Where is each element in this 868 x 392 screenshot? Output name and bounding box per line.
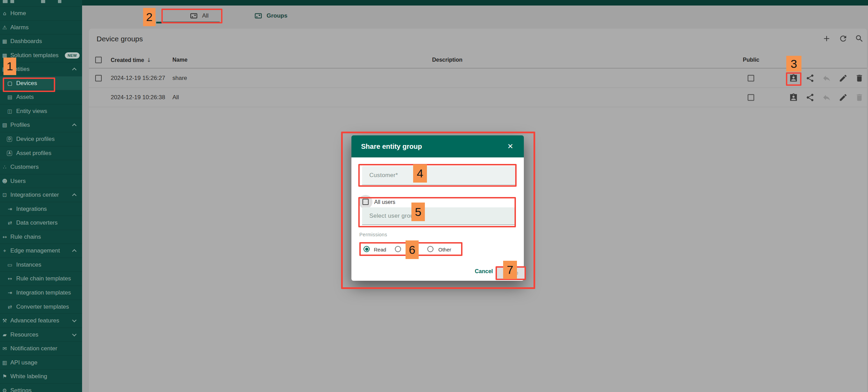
sidebar-item-integrations[interactable]: ⇥Integrations (0, 202, 82, 216)
manage-users-button[interactable] (789, 93, 798, 102)
sidebar-item-label: Assets (16, 94, 34, 101)
sidebar-item-white-labeling[interactable]: ⚑White labeling (0, 369, 82, 383)
radio-read[interactable] (363, 246, 370, 252)
alarms-icon: ⚠ (2, 24, 8, 31)
pencil-icon (839, 74, 848, 83)
home-icon: ⌂ (2, 10, 8, 17)
column-description[interactable]: Description (432, 57, 462, 63)
entity-tab-bar: All Groups (82, 6, 868, 29)
share-button[interactable]: Share (497, 267, 525, 279)
sidebar-item-integration-templates[interactable]: ⇥Integration templates (0, 286, 82, 300)
sidebar-item-label: Data converters (16, 219, 58, 226)
user-group-field[interactable]: Select user group* (362, 207, 516, 225)
sidebar-item-entities[interactable]: ▣Entities (0, 62, 82, 76)
logo-fragment (41, 0, 45, 3)
sidebar-item-assets[interactable]: ▤Assets (0, 90, 82, 104)
sidebar-item-users[interactable]: ☻Users (0, 174, 82, 188)
refresh-icon (839, 34, 848, 43)
assignment-person-icon (789, 93, 798, 102)
refresh-button[interactable] (839, 34, 849, 44)
sidebar-item-advanced-features[interactable]: ⚒Advanced features (0, 313, 82, 328)
column-public[interactable]: Public (743, 57, 759, 63)
customer-field[interactable]: Customer* (362, 166, 516, 185)
chevron-up-icon (72, 249, 77, 254)
sidebar-item-data-converters[interactable]: ⇄Data converters (0, 216, 82, 230)
sidebar-item-entity-views[interactable]: ◫Entity views (0, 104, 82, 118)
logo-fragment (58, 0, 61, 3)
permissions-label: Permissions (359, 232, 387, 237)
sidebar-item-rule-chain-templates[interactable]: ↔Rule chain templates (0, 271, 82, 286)
radio-write[interactable] (395, 246, 401, 252)
sidebar-item-label: Integrations (16, 206, 47, 213)
trash-icon (855, 74, 864, 83)
sidebar-item-label: Rule chain templates (16, 275, 71, 282)
sidebar-item-label: Entity views (16, 108, 47, 115)
sidebar-item-profiles[interactable]: ▧Profiles (0, 118, 82, 132)
sidebar-item-rule-chains[interactable]: ↔Rule chains (0, 230, 82, 244)
devices-icon (255, 13, 262, 19)
sidebar-item-instances[interactable]: ▭Instances (0, 258, 82, 272)
chevron-up-icon (72, 124, 77, 128)
delete-button[interactable] (855, 93, 864, 102)
rule-chains-icon: ↔ (2, 234, 8, 240)
dialog-title: Share entity group (361, 143, 422, 151)
chevron-up-icon (72, 194, 77, 198)
resources-icon: ▰ (2, 332, 8, 338)
sidebar-item-settings[interactable]: ⚙Settings (0, 383, 82, 392)
column-created-time[interactable]: Created time↓ (111, 56, 151, 63)
sidebar-item-api-usage[interactable]: ▥API usage (0, 355, 82, 370)
sidebar-item-dashboards[interactable]: ▦Dashboards (0, 34, 82, 48)
public-checkbox[interactable] (748, 94, 754, 101)
edit-button[interactable] (839, 93, 848, 102)
tab-groups[interactable]: Groups (255, 6, 287, 26)
sidebar-item-alarms[interactable]: ⚠Alarms (0, 20, 82, 34)
tab-groups-label: Groups (267, 12, 287, 19)
table-row[interactable]: 2024-12-19 15:26:27 share (89, 69, 867, 88)
edit-button[interactable] (839, 74, 848, 83)
solution-templates-icon: ▩ (2, 52, 8, 59)
delete-button[interactable] (855, 74, 864, 83)
share-icon (806, 74, 815, 83)
column-name[interactable]: Name (172, 57, 188, 63)
edge-management-icon: ⌖ (2, 248, 8, 254)
sidebar-item-label: Home (10, 10, 26, 17)
dialog-body: Customer* All users Select user group* P… (351, 157, 524, 281)
tab-all-label: All (202, 12, 209, 19)
make-private-button[interactable] (822, 74, 831, 83)
select-all-checkbox[interactable] (95, 56, 102, 63)
close-icon[interactable]: ✕ (507, 142, 513, 151)
sidebar-item-customers[interactable]: ∴Customers (0, 160, 82, 174)
add-button[interactable] (822, 34, 832, 44)
search-icon (855, 34, 864, 43)
sidebar-item-device-profiles[interactable]: DDevice profiles (0, 132, 82, 146)
public-checkbox[interactable] (748, 75, 754, 81)
sidebar-item-label: Rule chains (10, 234, 41, 240)
sidebar-item-edge-management[interactable]: ⌖Edge management (0, 244, 82, 258)
sidebar-item-notification-center[interactable]: ✉Notification center (0, 341, 82, 355)
all-users-checkbox[interactable] (362, 199, 369, 205)
search-button[interactable] (855, 34, 865, 44)
manage-users-button[interactable] (789, 74, 798, 83)
sidebar-item-resources[interactable]: ▰Resources (0, 328, 82, 342)
sidebar-item-solution-templates[interactable]: ▩Solution templatesNEW (0, 48, 82, 62)
customers-icon: ∴ (2, 164, 8, 170)
sidebar-item-label: Customers (10, 164, 39, 171)
integration-templates-icon: ⇥ (7, 290, 13, 296)
cancel-button[interactable]: Cancel (473, 265, 494, 278)
sidebar-item-label: Resources (10, 331, 38, 338)
share-row-button[interactable] (806, 93, 815, 102)
sidebar-item-asset-profiles[interactable]: AAsset profiles (0, 146, 82, 160)
sidebar-item-label: Notification center (10, 345, 57, 352)
radio-other[interactable] (427, 246, 433, 252)
sidebar-item-home[interactable]: ⌂Home (0, 6, 82, 20)
sidebar-item-integrations-center[interactable]: ⊡Integrations center (0, 188, 82, 202)
table-row[interactable]: 2024-12-19 10:26:38 All (89, 88, 867, 107)
all-users-label: All users (374, 199, 395, 205)
share-row-button[interactable] (806, 74, 815, 83)
instances-icon: ▭ (7, 262, 13, 268)
radio-read-label: Read (374, 247, 386, 252)
row-checkbox[interactable] (95, 75, 102, 81)
make-private-button[interactable] (822, 93, 831, 102)
sidebar-item-devices[interactable]: ▢Devices (0, 76, 82, 90)
sidebar-item-converter-templates[interactable]: ⇄Converter templates (0, 300, 82, 314)
